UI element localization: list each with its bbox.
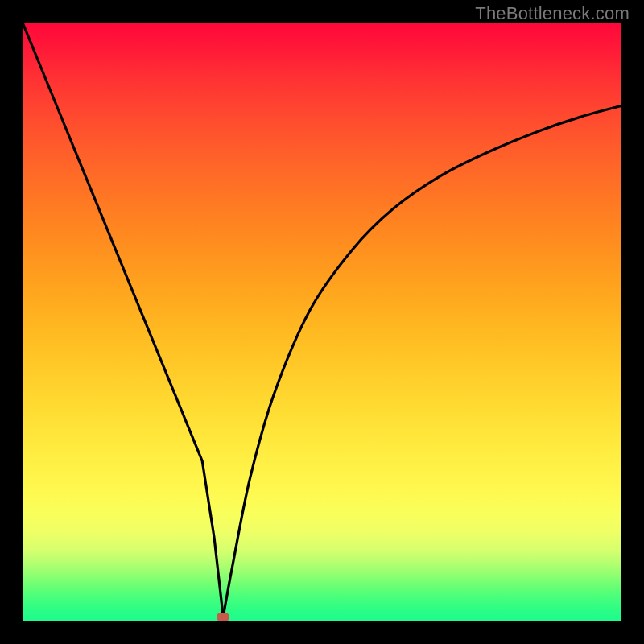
watermark-text: TheBottleneck.com bbox=[475, 3, 630, 24]
chart-frame bbox=[23, 23, 621, 621]
minimum-marker bbox=[217, 613, 229, 621]
bottleneck-curve-right bbox=[223, 105, 621, 617]
chart-svg bbox=[23, 23, 621, 621]
bottleneck-curve-left bbox=[23, 23, 223, 617]
